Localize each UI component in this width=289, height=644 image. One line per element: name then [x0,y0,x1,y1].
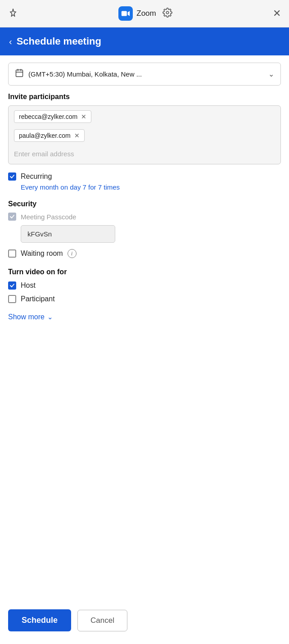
recurring-row: Recurring [8,172,281,181]
email-tag-text: rebecca@zylker.com [19,113,77,120]
svg-point-1 [166,11,169,14]
email-tag-paula[interactable]: paula@zylker.com ✕ [14,129,85,142]
participant-video-row: Participant [8,295,281,303]
passcode-label: Meeting Passcode [21,213,76,221]
bottom-bar: Schedule Cancel [0,599,289,644]
waiting-room-label: Waiting room [21,249,63,258]
participant-label: Participant [21,295,55,303]
close-icon[interactable]: ✕ [273,8,281,19]
participant-video-checkbox[interactable] [8,295,16,303]
svg-rect-2 [16,70,23,77]
show-more-text: Show more [8,313,45,321]
settings-icon[interactable] [163,8,172,20]
remove-email-icon-2[interactable]: ✕ [74,132,80,139]
remove-email-icon[interactable]: ✕ [81,113,86,120]
svg-rect-0 [122,11,127,16]
zoom-logo [118,6,133,21]
host-label: Host [21,281,36,290]
recurring-label: Recurring [21,172,52,181]
chevron-down-icon: ⌄ [268,70,274,78]
title-bar: Zoom ✕ [0,0,289,27]
participants-box[interactable]: rebecca@zylker.com ✕ paula@zylker.com ✕ … [8,105,281,164]
cancel-button[interactable]: Cancel [77,610,127,631]
invite-participants-label: Invite participants [8,93,281,101]
video-section: Turn video on for Host Participant [8,268,281,303]
back-button[interactable]: ‹ [9,36,12,47]
video-section-label: Turn video on for [8,268,281,276]
waiting-room-checkbox[interactable] [8,249,16,258]
security-label: Security [8,200,281,208]
schedule-button[interactable]: Schedule [8,609,71,631]
recurring-checkbox[interactable] [8,172,16,181]
host-video-checkbox[interactable] [8,281,16,290]
passcode-input[interactable] [21,225,115,243]
calendar-icon [15,68,24,80]
host-video-row: Host [8,281,281,290]
waiting-room-row: Waiting room i [8,249,281,258]
timezone-selector[interactable]: (GMT+5:30) Mumbai, Kolkata, New ... ⌄ [8,63,281,86]
timezone-text: (GMT+5:30) Mumbai, Kolkata, New ... [28,70,264,78]
email-tag: rebecca@zylker.com ✕ [14,110,275,127]
email-tag-rebecca[interactable]: rebecca@zylker.com ✕ [14,110,91,123]
app-title-area: Zoom [118,6,172,21]
passcode-checkbox[interactable] [8,213,16,221]
recurring-detail[interactable]: Every month on day 7 for 7 times [21,183,281,191]
header-bar: ‹ Schedule meeting [0,27,289,55]
info-icon[interactable]: i [68,249,77,258]
security-section: Security Meeting Passcode Waiting room i [8,200,281,258]
show-more-row[interactable]: Show more ⌄ [8,313,281,321]
show-more-chevron-icon: ⌄ [47,313,53,321]
page-title: Schedule meeting [17,36,101,47]
pin-icon[interactable] [8,8,18,19]
passcode-row: Meeting Passcode [8,213,281,221]
email-tag-text: paula@zylker.com [19,132,71,139]
app-name: Zoom [136,9,156,18]
email-input[interactable]: Enter email address [14,148,275,159]
